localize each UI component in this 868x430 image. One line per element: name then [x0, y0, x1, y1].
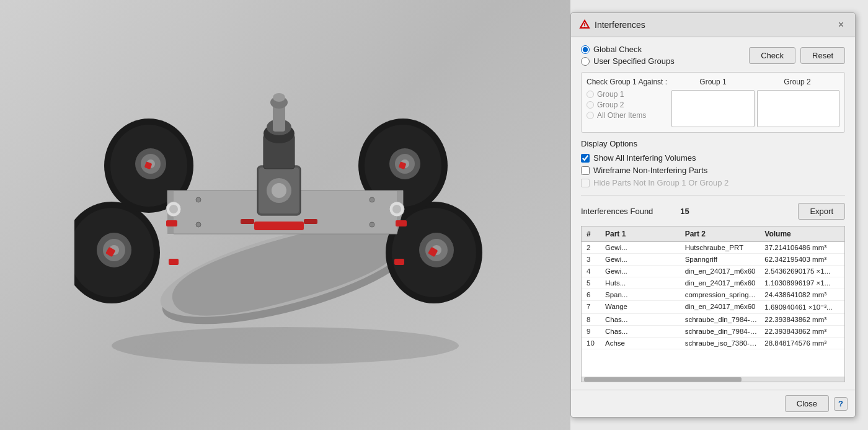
- cell-num: 7: [584, 302, 603, 312]
- cell-part2: schraube_din_7984-m6x30-8_8: [683, 315, 763, 324]
- dialog-footer: Close ?: [571, 390, 855, 417]
- check-group-title: Check Group 1 Against :: [587, 78, 671, 86]
- interferences-found-label: Interferences Found: [581, 207, 653, 216]
- table-row[interactable]: 6Span...compression_spring_d21950-x24.43…: [582, 289, 844, 301]
- interferences-table: # Part 1 Part 2 Volume 2Gewi...Hutschrau…: [581, 226, 845, 382]
- interferences-count: 15: [680, 207, 689, 216]
- svg-point-48: [196, 197, 201, 202]
- display-options-section: Display Options Show All Interfering Vol…: [581, 139, 845, 187]
- horizontal-scrollbar[interactable]: [582, 377, 844, 382]
- table-body[interactable]: 2Gewi...Hutschraube_PRT37.214106486 mm³3…: [582, 242, 844, 377]
- global-check-label: Global Check: [593, 45, 642, 54]
- check-group-section: Check Group 1 Against : Group 1 Group 2 …: [581, 72, 845, 133]
- svg-rect-37: [254, 222, 304, 230]
- group1-col-label: Group 1: [671, 78, 755, 86]
- reset-button[interactable]: Reset: [800, 47, 845, 64]
- table-row[interactable]: 9Chas...schraube_din_7984-m6x30-8_822.39…: [582, 326, 844, 338]
- hide-parts-checkbox[interactable]: Hide Parts Not In Group 1 Or Group 2: [581, 178, 845, 187]
- cell-part1: Gewi...: [603, 255, 683, 264]
- svg-point-51: [370, 222, 374, 227]
- cell-volume: 2.54362690175 ×1...: [762, 267, 842, 275]
- user-groups-input[interactable]: [581, 57, 590, 66]
- export-button[interactable]: Export: [798, 203, 845, 220]
- col-volume-header: Volume: [762, 228, 842, 240]
- dialog-title-area: Interferences: [578, 19, 645, 31]
- cell-part2: din_en_24017_m6x60: [683, 279, 763, 287]
- cell-part2: compression_spring_d21950-x: [683, 290, 763, 299]
- interferences-found-row: Interferences Found 15 Export: [581, 203, 845, 220]
- against-group2-label: Group 2: [597, 101, 624, 109]
- against-group1-radio[interactable]: Group 1: [587, 90, 669, 99]
- interferences-dialog: Interferences × Global Check User Specif…: [570, 12, 856, 418]
- svg-rect-42: [169, 259, 179, 265]
- check-group-body: Group 1 Group 2 All Other Items: [587, 90, 839, 127]
- cell-part2: Hutschraube_PRT: [683, 243, 763, 252]
- global-check-radio[interactable]: Global Check: [581, 45, 675, 54]
- cell-part2: din_en_24017_m6x60: [683, 267, 763, 275]
- wireframe-label: Wireframe Non-Interfering Parts: [593, 166, 707, 175]
- show-all-volumes-input[interactable]: [581, 154, 590, 163]
- against-group1-input: [587, 91, 594, 98]
- divider: [581, 195, 845, 195]
- cell-volume: 24.438641082 mm³: [762, 290, 842, 299]
- cell-part1: Chas...: [603, 327, 683, 336]
- 3d-viewport[interactable]: [0, 0, 570, 430]
- table-row[interactable]: 2Gewi...Hutschraube_PRT37.214106486 mm³: [582, 242, 844, 254]
- svg-point-50: [196, 222, 201, 227]
- against-group2-input: [587, 101, 594, 109]
- show-all-volumes-checkbox[interactable]: Show All Interfering Volumes: [581, 153, 845, 163]
- against-allother-radio[interactable]: All Other Items: [587, 111, 669, 120]
- cell-part2: schraube_iso_7380-m4x8-12_9: [683, 339, 763, 347]
- radio-check-row: Global Check User Specified Groups Check…: [581, 45, 845, 66]
- svg-point-0: [112, 327, 459, 364]
- group1-box[interactable]: [671, 90, 754, 127]
- mode-radio-group: Global Check User Specified Groups: [581, 45, 675, 66]
- cell-part2: schraube_din_7984-m6x30-8_8: [683, 327, 763, 336]
- cell-part1: Wange: [603, 302, 683, 312]
- wireframe-input[interactable]: [581, 166, 590, 175]
- against-allother-input: [587, 112, 594, 119]
- group2-box[interactable]: [757, 90, 839, 127]
- group2-col-label: Group 2: [755, 78, 839, 86]
- wireframe-checkbox[interactable]: Wireframe Non-Interfering Parts: [581, 166, 845, 175]
- svg-point-54: [584, 27, 585, 28]
- cell-volume: 28.848174576 mm³: [762, 339, 842, 347]
- cell-part1: Chas...: [603, 315, 683, 324]
- check-button[interactable]: Check: [749, 47, 795, 64]
- dialog-title: Interferences: [595, 20, 645, 30]
- global-check-input[interactable]: [581, 45, 590, 54]
- cell-part2: Spanngriff: [683, 255, 763, 264]
- table-row[interactable]: 3Gewi...Spanngriff62.342195403 mm³: [582, 254, 844, 266]
- dialog-close-button[interactable]: ×: [835, 18, 848, 32]
- user-groups-radio[interactable]: User Specified Groups: [581, 56, 675, 66]
- svg-rect-39: [304, 219, 317, 224]
- svg-rect-41: [396, 220, 407, 226]
- against-group1-label: Group 1: [597, 90, 624, 99]
- hide-parts-label: Hide Parts Not In Group 1 Or Group 2: [593, 178, 728, 187]
- help-button[interactable]: ?: [834, 397, 848, 411]
- cell-num: 8: [584, 315, 603, 324]
- cell-num: 3: [584, 255, 603, 264]
- against-radios: Group 1 Group 2 All Other Items: [587, 90, 669, 127]
- cell-volume: 37.214106486 mm³: [762, 243, 842, 252]
- action-buttons: Check Reset: [749, 47, 845, 64]
- table-row[interactable]: 4Gewi...din_en_24017_m6x602.54362690175 …: [582, 266, 844, 277]
- cell-num: 10: [584, 339, 603, 347]
- cell-part1: Achse: [603, 339, 683, 347]
- table-row[interactable]: 5Huts...din_en_24017_m6x601.10308996197 …: [582, 277, 844, 289]
- col-num-header: #: [584, 228, 603, 240]
- cell-part1: Huts...: [603, 279, 683, 287]
- table-header: # Part 1 Part 2 Volume: [582, 226, 844, 242]
- table-row[interactable]: 7Wangedin_en_24017_m6x601.690940461 ×10⁻…: [582, 301, 844, 314]
- check-group-header: Check Group 1 Against : Group 1 Group 2: [587, 78, 839, 86]
- svg-point-45: [169, 205, 178, 213]
- cell-num: 5: [584, 279, 603, 287]
- cell-volume: 22.393843862 mm³: [762, 315, 842, 324]
- table-row[interactable]: 10Achseschraube_iso_7380-m4x8-12_928.848…: [582, 338, 844, 349]
- cell-num: 9: [584, 327, 603, 336]
- against-group2-radio[interactable]: Group 2: [587, 101, 669, 109]
- close-footer-button[interactable]: Close: [785, 395, 829, 412]
- dialog-body: Global Check User Specified Groups Check…: [571, 37, 855, 390]
- cell-part2: din_en_24017_m6x60: [683, 302, 763, 312]
- table-row[interactable]: 8Chas...schraube_din_7984-m6x30-8_822.39…: [582, 314, 844, 326]
